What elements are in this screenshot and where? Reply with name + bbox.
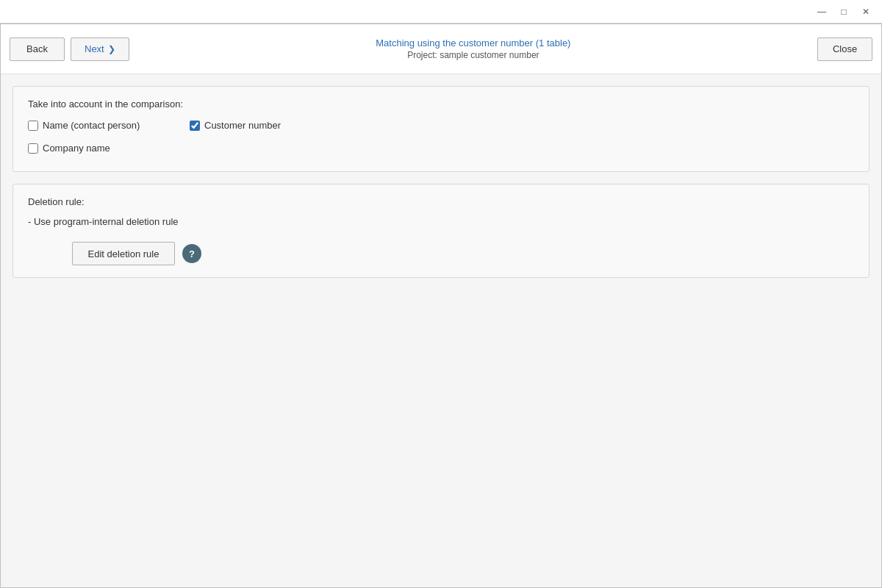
deletion-rule-panel: Deletion rule: - Use program-internal de…: [12, 184, 870, 278]
window-close-button[interactable]: ✕: [856, 3, 876, 21]
title-bar: — □ ✕: [0, 0, 882, 24]
toolbar-left: Back Next ❯: [10, 37, 129, 61]
back-button[interactable]: Back: [10, 37, 65, 61]
next-label: Next: [85, 43, 104, 54]
checkbox-row-company: Company name: [28, 143, 175, 154]
checkbox-row-customer: Customer number: [190, 120, 337, 131]
toolbar-subtitle: Project: sample customer number: [129, 50, 817, 60]
content-area: Take into account in the comparison: Nam…: [1, 74, 881, 587]
next-button[interactable]: Next ❯: [71, 37, 129, 61]
deletion-rule-text: - Use program-internal deletion rule: [28, 216, 854, 227]
deletion-rule-value: Use program-internal deletion rule: [34, 216, 179, 227]
deletion-rule-label: Deletion rule:: [28, 196, 854, 207]
close-button[interactable]: Close: [817, 37, 872, 61]
toolbar-center: Matching using the customer number (1 ta…: [129, 37, 817, 60]
checkbox-row-name: Name (contact person): [28, 120, 175, 131]
checkboxes-grid: Name (contact person) Customer number Co…: [28, 120, 854, 159]
help-icon[interactable]: ?: [182, 244, 201, 263]
maximize-button[interactable]: □: [833, 3, 854, 21]
name-checkbox[interactable]: [28, 121, 38, 131]
customer-number-checkbox-label: Customer number: [204, 120, 281, 131]
window-controls: — □ ✕: [811, 3, 876, 21]
company-name-checkbox[interactable]: [28, 143, 38, 154]
edit-deletion-rule-button[interactable]: Edit deletion rule: [72, 242, 175, 265]
toolbar-title: Matching using the customer number (1 ta…: [129, 37, 817, 49]
customer-number-checkbox[interactable]: [190, 121, 200, 131]
comparison-panel-label: Take into account in the comparison:: [28, 98, 854, 110]
name-checkbox-label: Name (contact person): [43, 120, 140, 131]
toolbar-right: Close: [817, 37, 872, 61]
company-name-checkbox-label: Company name: [43, 143, 110, 154]
edit-btn-row: Edit deletion rule ?: [28, 242, 854, 265]
toolbar: Back Next ❯ Matching using the customer …: [1, 24, 881, 74]
minimize-button[interactable]: —: [811, 3, 832, 21]
deletion-rule-prefix: -: [28, 216, 34, 227]
next-arrow-icon: ❯: [108, 44, 115, 54]
main-window: Back Next ❯ Matching using the customer …: [0, 24, 882, 588]
comparison-panel: Take into account in the comparison: Nam…: [12, 86, 870, 172]
